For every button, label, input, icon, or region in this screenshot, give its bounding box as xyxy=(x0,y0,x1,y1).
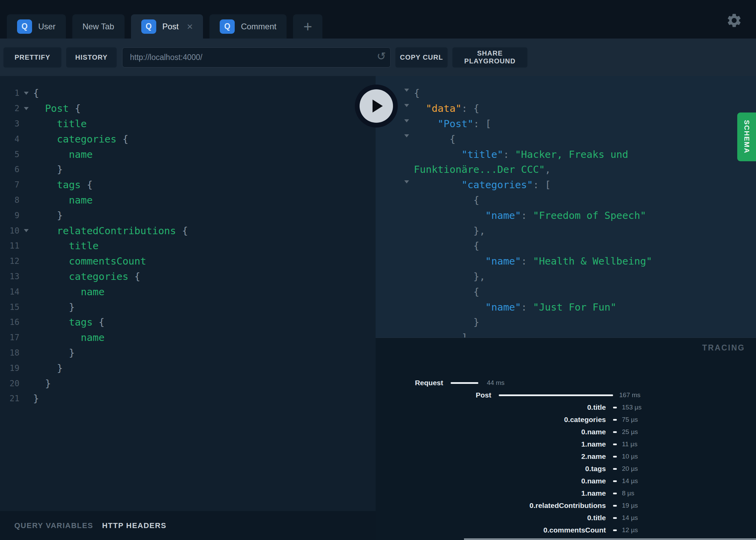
history-button[interactable]: HISTORY xyxy=(66,47,117,68)
fold-gutter[interactable] xyxy=(19,397,33,400)
tab-http-headers[interactable]: HTTP HEADERS xyxy=(102,521,166,530)
code-text: name xyxy=(33,286,105,298)
code-token: "data" xyxy=(426,103,462,114)
code-token: } xyxy=(33,393,39,404)
share-playground-button[interactable]: SHARE PLAYGROUND xyxy=(452,47,527,68)
fold-arrow-icon[interactable] xyxy=(24,92,29,95)
fold-arrow-icon[interactable] xyxy=(24,229,29,232)
code-token: "Post" xyxy=(438,118,474,130)
trace-duration-value: 11 µs xyxy=(622,438,637,450)
code-text: { xyxy=(414,87,420,99)
reload-icon[interactable]: ↺ xyxy=(377,50,386,63)
code-token: { xyxy=(93,316,105,328)
fold-gutter[interactable] xyxy=(19,107,33,110)
trace-label: Request xyxy=(376,377,443,389)
fold-gutter[interactable] xyxy=(19,351,33,354)
line-number: 3 xyxy=(0,119,19,129)
response-pane: { "data": { "Post": [ { "title": "Hacker… xyxy=(376,76,756,540)
fold-gutter[interactable] xyxy=(19,229,33,232)
tab-label: Post xyxy=(162,22,179,31)
response-line: { xyxy=(376,193,756,208)
query-editor[interactable]: 1 { 2 Post { 3 title 4 categories { 5 na… xyxy=(0,76,376,511)
main-split: 1 { 2 Post { 3 title 4 categories { 5 na… xyxy=(0,76,756,540)
code-token: } xyxy=(57,164,63,175)
endpoint-url-input[interactable] xyxy=(122,47,391,68)
code-token: } xyxy=(69,301,75,313)
fold-gutter[interactable] xyxy=(19,92,33,95)
trace-duration-value: 14 µs xyxy=(622,475,638,487)
code-text: "title": "Hacker, Freaks und xyxy=(414,149,628,160)
fold-gutter[interactable] xyxy=(19,137,33,140)
line-number: 18 xyxy=(0,348,19,358)
code-token: { xyxy=(33,87,39,99)
response-line: }, xyxy=(376,223,756,238)
schema-side-tab[interactable]: SCHEMA xyxy=(737,112,756,161)
line-number: 9 xyxy=(0,211,19,220)
code-token: "name" xyxy=(485,210,521,221)
trace-row: 1.name 8 µs xyxy=(376,487,756,499)
code-token: "name" xyxy=(485,255,521,267)
query-tab[interactable]: Q User xyxy=(7,14,66,39)
trace-duration-dash xyxy=(613,431,617,433)
fold-gutter[interactable] xyxy=(19,183,33,186)
fold-gutter[interactable] xyxy=(19,260,33,263)
editor-line: 16 tags { xyxy=(0,315,376,330)
query-tab[interactable]: Q Comment xyxy=(209,14,287,39)
trace-label: 0.name xyxy=(376,475,606,487)
copy-curl-button[interactable]: COPY CURL xyxy=(395,47,448,68)
new-tab-button[interactable]: + xyxy=(293,14,322,39)
fold-gutter[interactable] xyxy=(19,275,33,278)
fold-arrow-icon[interactable] xyxy=(24,107,29,110)
response-line: "data": { xyxy=(376,101,756,116)
line-number: 14 xyxy=(0,287,19,297)
query-type-badge: Q xyxy=(17,19,32,34)
fold-gutter[interactable] xyxy=(19,290,33,293)
code-token: categories xyxy=(69,271,129,282)
settings-gear-icon[interactable] xyxy=(726,12,742,29)
fold-gutter[interactable] xyxy=(19,366,33,370)
fold-gutter[interactable] xyxy=(19,122,33,125)
play-button-circle xyxy=(360,89,393,123)
fold-gutter[interactable] xyxy=(19,198,33,201)
response-viewer: { "data": { "Post": [ { "title": "Hacker… xyxy=(376,76,756,338)
tab-label: User xyxy=(38,22,56,31)
prettify-button[interactable]: PRETTIFY xyxy=(3,47,61,68)
trace-label: 0.categories xyxy=(376,414,606,426)
fold-gutter[interactable] xyxy=(19,168,33,171)
query-tab[interactable]: New Tab xyxy=(72,14,125,39)
code-text: relatedContributions { xyxy=(33,225,188,237)
execute-query-button[interactable] xyxy=(355,85,398,127)
trace-row: 0.relatedContributions 19 µs xyxy=(376,499,756,512)
trace-duration-bar xyxy=(451,382,478,384)
code-token: { xyxy=(474,240,479,252)
code-text: categories { xyxy=(33,133,128,145)
code-token: "title" xyxy=(462,149,503,160)
code-token: name xyxy=(81,332,105,343)
fold-gutter[interactable] xyxy=(19,382,33,385)
tab-label: New Tab xyxy=(83,22,114,31)
tracing-scrollbar[interactable] xyxy=(464,538,756,540)
tracing-title: TRACING xyxy=(702,343,745,352)
code-token: name xyxy=(81,286,105,298)
trace-duration-value: 8 µs xyxy=(622,487,634,499)
code-text: name xyxy=(33,332,105,343)
code-text: tags { xyxy=(33,316,105,328)
trace-label: 0.commentsCount xyxy=(376,524,606,536)
tab-query-variables[interactable]: QUERY VARIABLES xyxy=(14,521,93,530)
fold-gutter[interactable] xyxy=(19,214,33,217)
fold-gutter[interactable] xyxy=(19,321,33,324)
fold-gutter[interactable] xyxy=(19,305,33,309)
trace-duration-value: 14 µs xyxy=(622,512,638,524)
code-token: "Freedom of Speech" xyxy=(533,210,646,221)
tab-close-icon[interactable]: × xyxy=(187,21,193,32)
fold-gutter[interactable] xyxy=(19,153,33,156)
trace-duration-bar xyxy=(499,394,613,396)
query-tab[interactable]: Q Post × xyxy=(131,14,203,39)
trace-duration-value: 25 µs xyxy=(622,426,638,438)
fold-gutter[interactable] xyxy=(19,336,33,339)
code-token: "categories" xyxy=(462,179,533,191)
fold-gutter[interactable] xyxy=(19,244,33,247)
code-text: tags { xyxy=(33,179,93,191)
line-number: 10 xyxy=(0,226,19,236)
trace-duration-value: 20 µs xyxy=(622,463,638,475)
